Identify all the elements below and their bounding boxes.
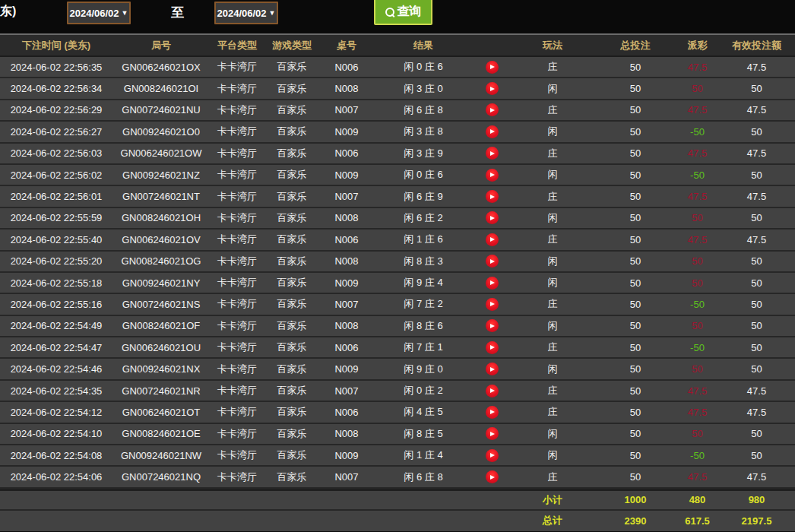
grand-total-label: 总计 [511,514,594,527]
table-no-cell: N006 [319,407,374,418]
total-bet-cell: 50 [594,62,676,73]
play-replay-icon[interactable] [486,385,499,397]
subtotal-row: 小计 1000 480 980 [0,489,795,511]
round-id-cell: GN006246021OX [112,62,210,73]
play-replay-icon[interactable] [486,319,499,332]
total-bet-cell: 50 [594,471,676,483]
play-replay-icon[interactable] [486,255,499,268]
date-range-to-label: 至 [171,4,184,21]
game-type-cell: 百家乐 [264,448,319,462]
header-bet-time: 下注时间 (美东) [0,39,112,52]
bet-time-cell: 2024-06-02 22:54:35 [0,385,112,397]
play-type-cell: 闲 [511,255,594,268]
play-replay-icon[interactable] [486,169,499,182]
game-type-cell: 百家乐 [264,384,319,397]
round-id-cell: GN006246021OU [112,342,210,353]
result-cell: 闲 8 庄 3 [374,255,473,268]
result-cell: 闲 1 庄 6 [374,233,473,246]
date-from-select[interactable]: 2024/06/02 ▼ [67,2,131,24]
bet-record-row: 2024-06-02 22:56:03 GN006246021OW 卡卡湾厅 百… [0,144,795,165]
play-replay-icon[interactable] [486,427,499,440]
play-replay-icon[interactable] [486,406,499,419]
bet-record-row: 2024-06-02 22:55:18 GN009246021NY 卡卡湾厅 百… [0,273,795,294]
play-replay-icon[interactable] [486,449,499,462]
play-replay-icon[interactable] [486,277,499,290]
play-replay-icon[interactable] [486,211,499,224]
bet-time-cell: 2024-06-02 22:54:12 [0,407,112,418]
bet-record-row: 2024-06-02 22:56:35 GN006246021OX 卡卡湾厅 百… [0,57,795,78]
toolbar-partial-label: 东) [0,4,16,20]
table-no-cell: N006 [319,342,374,353]
game-type-cell: 百家乐 [264,470,319,484]
payout-cell: 47.5 [676,62,718,73]
subtotal-total-bet: 1000 [594,494,676,505]
grand-total-payout: 617.5 [676,515,718,527]
total-bet-cell: 50 [594,320,676,331]
result-cell: 闲 8 庄 5 [374,427,473,441]
header-total-bet: 总投注 [594,39,676,52]
payout-cell: 50 [676,363,718,375]
payout-cell: 47.5 [676,147,718,159]
valid-bet-cell: 47.5 [718,62,795,73]
play-replay-icon[interactable] [486,125,499,138]
game-type-cell: 百家乐 [264,60,319,74]
bet-record-row: 2024-06-02 22:56:34 GN008246021OI 卡卡湾厅 百… [0,78,795,100]
result-cell: 闲 9 庄 4 [374,276,473,290]
play-type-cell: 庄 [511,384,594,397]
header-valid-bet: 有效投注额 [718,39,795,52]
play-type-cell: 闲 [511,448,594,462]
platform-cell: 卡卡湾厅 [210,363,264,376]
table-no-cell: N009 [319,450,374,461]
round-id-cell: GN009246021NZ [112,169,210,181]
subtotal-payout: 480 [676,494,718,505]
grand-total-total-bet: 2390 [594,515,676,527]
play-replay-icon[interactable] [486,341,499,354]
bet-time-cell: 2024-06-02 22:55:18 [0,277,112,289]
play-replay-icon[interactable] [486,298,499,311]
round-id-cell: GN007246021NQ [112,471,210,483]
payout-cell: 50 [676,277,718,289]
play-replay-icon[interactable] [486,103,499,116]
round-id-cell: GN008246021OE [112,428,210,439]
bet-record-row: 2024-06-02 22:54:12 GN006246021OT 卡卡湾厅 百… [0,402,795,423]
platform-cell: 卡卡湾厅 [210,103,264,117]
payout-cell: 47.5 [676,191,718,202]
payout-cell: 50 [676,83,718,94]
total-bet-cell: 50 [594,169,676,181]
total-bet-cell: 50 [594,385,676,397]
game-type-cell: 百家乐 [264,255,319,268]
payout-cell: 50 [676,212,718,223]
total-bet-cell: 50 [594,147,676,159]
total-bet-cell: 50 [594,255,676,267]
play-replay-icon[interactable] [486,61,499,74]
bet-record-row: 2024-06-02 22:55:59 GN008246021OH 卡卡湾厅 百… [0,208,795,230]
platform-cell: 卡卡湾厅 [210,405,264,419]
play-replay-icon[interactable] [486,363,499,375]
round-id-cell: GN006246021OV [112,234,210,245]
bet-record-row: 2024-06-02 22:56:02 GN009246021NZ 卡卡湾厅 百… [0,165,795,186]
valid-bet-cell: 50 [718,126,795,138]
play-replay-icon[interactable] [486,470,499,483]
bet-time-cell: 2024-06-02 22:54:06 [0,471,112,483]
play-replay-icon[interactable] [486,147,499,160]
total-bet-cell: 50 [594,83,676,94]
chevron-down-icon: ▼ [122,9,128,17]
play-replay-icon[interactable] [486,82,499,95]
play-replay-icon[interactable] [486,233,499,246]
bet-record-row: 2024-06-02 22:54:46 GN009246021NX 卡卡湾厅 百… [0,359,795,380]
bet-time-cell: 2024-06-02 22:54:47 [0,342,112,353]
bet-history-screen: 东) 2024/06/02 ▼ 至 2024/06/02 ▼ 查询 下注时间 (… [0,0,795,532]
bet-time-cell: 2024-06-02 22:56:35 [0,62,112,73]
date-to-select[interactable]: 2024/06/02 ▼ [214,2,278,24]
play-type-cell: 闲 [511,168,594,182]
play-type-cell: 庄 [511,190,594,204]
query-button[interactable]: 查询 [374,0,432,25]
total-bet-cell: 50 [594,428,676,439]
play-replay-icon[interactable] [486,190,499,203]
platform-cell: 卡卡湾厅 [210,82,264,96]
bet-records-table: 下注时间 (美东) 局号 平台类型 游戏类型 桌号 结果 玩法 总投注 派彩 有… [0,33,795,531]
play-type-cell: 闲 [511,82,594,96]
game-type-cell: 百家乐 [264,363,319,376]
header-payout: 派彩 [676,39,718,52]
bet-record-row: 2024-06-02 22:55:20 GN008246021OG 卡卡湾厅 百… [0,252,795,273]
